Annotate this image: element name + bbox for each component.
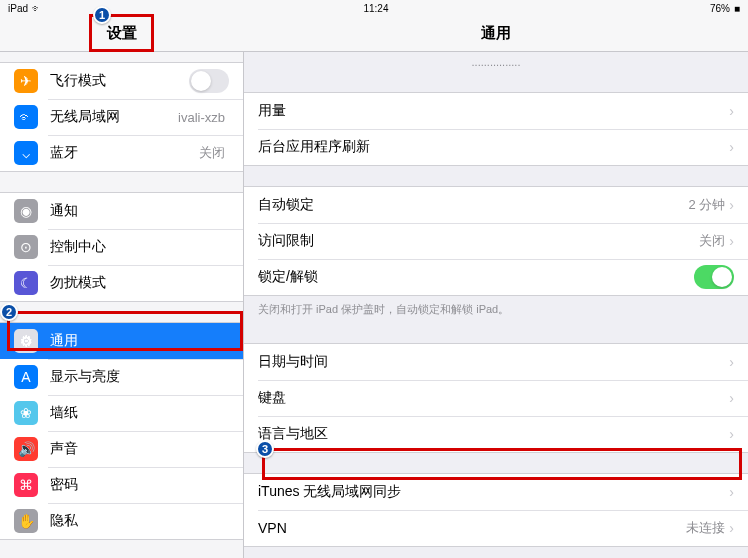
sidebar-item-2-0[interactable]: ⚙通用 <box>0 323 243 359</box>
content-row-1-0[interactable]: 自动锁定2 分钟› <box>244 187 748 223</box>
sidebar-item-0-1[interactable]: ᯤ无线局域网ivali-xzb <box>0 99 243 135</box>
sidebar-icon: A <box>14 365 38 389</box>
sidebar-label: 无线局域网 <box>50 108 178 126</box>
sidebar-label: 声音 <box>50 440 229 458</box>
sidebar[interactable]: ✈飞行模式ᯤ无线局域网ivali-xzb⌵蓝牙关闭 ◉通知⊙控制中心☾勿扰模式 … <box>0 52 244 558</box>
content-row-3-1[interactable]: VPN未连接› <box>244 510 748 546</box>
chevron-icon: › <box>729 233 734 249</box>
cut-indicator: ................ <box>244 52 748 72</box>
sidebar-label: 通知 <box>50 202 229 220</box>
sidebar-item-1-1[interactable]: ⊙控制中心 <box>0 229 243 265</box>
sidebar-item-2-1[interactable]: A显示与亮度 <box>0 359 243 395</box>
content-row-2-2[interactable]: 语言与地区› <box>244 416 748 452</box>
sidebar-icon: ⌘ <box>14 473 38 497</box>
content-value: 未连接 <box>686 519 725 537</box>
content-row-1-1[interactable]: 访问限制关闭› <box>244 223 748 259</box>
chevron-icon: › <box>729 103 734 119</box>
sidebar-item-2-3[interactable]: 🔊声音 <box>0 431 243 467</box>
sidebar-icon: ☾ <box>14 271 38 295</box>
sidebar-icon: 🔊 <box>14 437 38 461</box>
sidebar-label: 墙纸 <box>50 404 229 422</box>
chevron-icon: › <box>729 390 734 406</box>
chevron-icon: › <box>729 197 734 213</box>
settings-title: 设置 <box>0 16 244 51</box>
chevron-icon: › <box>729 139 734 155</box>
battery-icon: ■ <box>734 3 740 14</box>
sidebar-item-2-2[interactable]: ❀墙纸 <box>0 395 243 431</box>
sidebar-icon: ◉ <box>14 199 38 223</box>
sidebar-icon: ✈ <box>14 69 38 93</box>
content-row-1-2[interactable]: 锁定/解锁 <box>244 259 748 295</box>
content[interactable]: ................ 用量›后台应用程序刷新› 自动锁定2 分钟›访… <box>244 52 748 558</box>
content-row-2-0[interactable]: 日期与时间› <box>244 344 748 380</box>
chevron-icon: › <box>729 354 734 370</box>
sidebar-label: 显示与亮度 <box>50 368 229 386</box>
sidebar-value: ivali-xzb <box>178 110 225 125</box>
content-label: VPN <box>258 520 686 536</box>
sidebar-item-2-5[interactable]: ✋隐私 <box>0 503 243 539</box>
content-value: 关闭 <box>699 232 725 250</box>
content-label: 语言与地区 <box>258 425 729 443</box>
annotation-1: 1 <box>93 6 111 24</box>
sidebar-label: 飞行模式 <box>50 72 189 90</box>
content-row-3-0[interactable]: iTunes 无线局域网同步› <box>244 474 748 510</box>
content-label: 锁定/解锁 <box>258 268 694 286</box>
content-row-0-0[interactable]: 用量› <box>244 93 748 129</box>
content-row-0-1[interactable]: 后台应用程序刷新› <box>244 129 748 165</box>
header: 设置 通用 <box>0 16 748 52</box>
status-time: 11:24 <box>363 3 388 14</box>
content-label: 用量 <box>258 102 729 120</box>
sidebar-label: 蓝牙 <box>50 144 199 162</box>
sidebar-label: 密码 <box>50 476 229 494</box>
annotation-3: 3 <box>256 440 274 458</box>
sidebar-label: 隐私 <box>50 512 229 530</box>
battery-pct: 76% <box>710 3 730 14</box>
annotation-2: 2 <box>0 303 18 321</box>
chevron-icon: › <box>729 484 734 500</box>
chevron-icon: › <box>729 426 734 442</box>
toggle[interactable] <box>694 265 734 289</box>
content-label: 日期与时间 <box>258 353 729 371</box>
sidebar-icon: ❀ <box>14 401 38 425</box>
sidebar-item-1-2[interactable]: ☾勿扰模式 <box>0 265 243 301</box>
sidebar-icon: ⊙ <box>14 235 38 259</box>
content-label: 后台应用程序刷新 <box>258 138 729 156</box>
sidebar-item-2-4[interactable]: ⌘密码 <box>0 467 243 503</box>
content-label: 自动锁定 <box>258 196 688 214</box>
content-value: 2 分钟 <box>688 196 725 214</box>
sidebar-icon: ⌵ <box>14 141 38 165</box>
sidebar-icon: ᯤ <box>14 105 38 129</box>
device-label: iPad <box>8 3 28 14</box>
wifi-icon: ᯤ <box>32 3 42 14</box>
toggle[interactable] <box>189 69 229 93</box>
sidebar-item-1-0[interactable]: ◉通知 <box>0 193 243 229</box>
content-label: 访问限制 <box>258 232 699 250</box>
chevron-icon: › <box>729 520 734 536</box>
sidebar-label: 通用 <box>50 332 229 350</box>
sidebar-icon: ✋ <box>14 509 38 533</box>
sidebar-item-0-0[interactable]: ✈飞行模式 <box>0 63 243 99</box>
content-label: iTunes 无线局域网同步 <box>258 483 729 501</box>
sidebar-label: 控制中心 <box>50 238 229 256</box>
content-label: 键盘 <box>258 389 729 407</box>
status-bar: iPad ᯤ 11:24 76% ■ <box>0 0 748 16</box>
content-row-2-1[interactable]: 键盘› <box>244 380 748 416</box>
sidebar-label: 勿扰模式 <box>50 274 229 292</box>
lock-note: 关闭和打开 iPad 保护盖时，自动锁定和解锁 iPad。 <box>244 296 748 323</box>
sidebar-icon: ⚙ <box>14 329 38 353</box>
sidebar-item-0-2[interactable]: ⌵蓝牙关闭 <box>0 135 243 171</box>
sidebar-value: 关闭 <box>199 144 225 162</box>
general-title: 通用 <box>244 16 748 51</box>
